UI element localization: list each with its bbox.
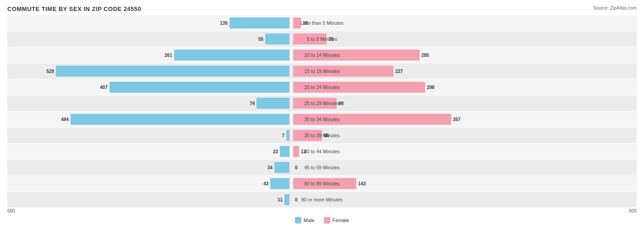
table-row: 55765 to 9 Minutes [7,31,637,47]
left-section: 135 [7,15,291,31]
table-row: 49435730 to 34 Minutes [7,112,637,127]
bar-female [293,146,299,157]
value-male: 34 [267,165,273,170]
bar-male [265,33,289,45]
left-section: 494 [7,112,291,127]
value-female: 18 [303,21,308,26]
right-section: 298 [291,79,584,95]
value-male: 135 [220,21,228,26]
bar-female [293,17,301,28]
value-male: 7 [282,133,284,138]
bar-male [71,114,289,125]
value-female: 357 [453,117,461,122]
right-section: 76 [291,31,584,47]
right-section: 357 [291,112,584,127]
left-section: 11 [7,192,291,207]
bar-male [229,17,289,28]
bar-female [293,98,337,109]
legend-female: Female [324,217,349,223]
axis-right-label: 600 [629,208,637,213]
bar-male [257,98,289,109]
value-female: 13 [301,149,306,154]
legend-male-color [295,217,301,223]
source-text: Source: ZipAtlas.com [593,6,637,11]
left-section: 528 [7,63,291,79]
right-section: 98 [291,95,584,111]
right-section: 18 [291,15,584,31]
value-male: 11 [278,197,283,202]
value-male: 55 [258,37,263,42]
value-female: 143 [358,181,366,186]
bar-female [293,82,425,93]
bar-male [56,66,289,77]
bar-female [293,66,393,77]
bar-female [293,50,420,61]
left-section: 34 [7,160,291,175]
right-section: 227 [291,63,584,79]
bar-female [293,130,322,141]
axis-left-label: 600 [7,208,15,213]
right-section: 0 [291,160,584,175]
bar-male [274,162,289,173]
bar-female [293,33,327,45]
value-female: 0 [295,197,298,202]
bar-male [286,130,289,141]
value-female: 98 [338,101,344,106]
right-section: 0 [291,192,584,207]
value-female: 285 [421,53,429,58]
bar-male [270,178,289,189]
chart-title: COMMUTE TIME BY SEX IN ZIP CODE 24550 [7,6,637,12]
table-row: 40729820 to 24 Minutes [7,79,637,95]
bars-area: 13518Less than 5 Minutes55765 to 9 Minut… [7,15,637,207]
table-row: 34045 to 59 Minutes [7,160,637,175]
value-male: 43 [263,181,268,186]
table-row: 13518Less than 5 Minutes [7,15,637,31]
legend-male-label: Male [304,218,315,223]
left-section: 55 [7,31,291,47]
table-row: 749825 to 29 Minutes [7,95,637,111]
bar-male [284,194,289,205]
table-row: 11090 or more Minutes [7,192,637,207]
right-section: 65 [291,128,584,143]
value-female: 76 [328,37,333,42]
value-female: 298 [427,85,435,90]
left-section: 261 [7,47,291,63]
bar-male [174,50,289,61]
bar-female [293,178,356,189]
left-section: 43 [7,176,291,191]
chart-container: COMMUTE TIME BY SEX IN ZIP CODE 24550 So… [0,0,644,240]
bar-male [280,146,289,157]
legend-male: Male [295,217,315,223]
left-section: 407 [7,79,291,95]
value-male: 528 [46,69,54,74]
legend-female-color [324,217,330,223]
legend-female-label: Female [333,218,349,223]
axis-labels: 600 600 [7,208,637,214]
table-row: 76535 to 39 Minutes [7,128,637,143]
table-row: 26128510 to 14 Minutes [7,47,637,63]
value-male: 407 [100,85,108,90]
value-male: 22 [273,149,278,154]
table-row: 221340 to 44 Minutes [7,144,637,159]
right-section: 143 [291,176,584,191]
left-section: 7 [7,128,291,143]
value-male: 494 [61,117,69,122]
bar-female [293,114,451,125]
value-male: 74 [250,101,255,106]
left-section: 22 [7,144,291,159]
right-section: 13 [291,144,584,159]
value-female: 227 [395,69,403,74]
value-female: 0 [295,165,298,170]
bar-male [109,82,289,93]
right-section: 285 [291,47,584,63]
legend: Male Female [7,217,637,223]
table-row: 4314360 to 89 Minutes [7,176,637,191]
value-male: 261 [164,53,172,58]
value-female: 65 [324,133,329,138]
table-row: 52822715 to 19 Minutes [7,63,637,79]
left-section: 74 [7,95,291,111]
